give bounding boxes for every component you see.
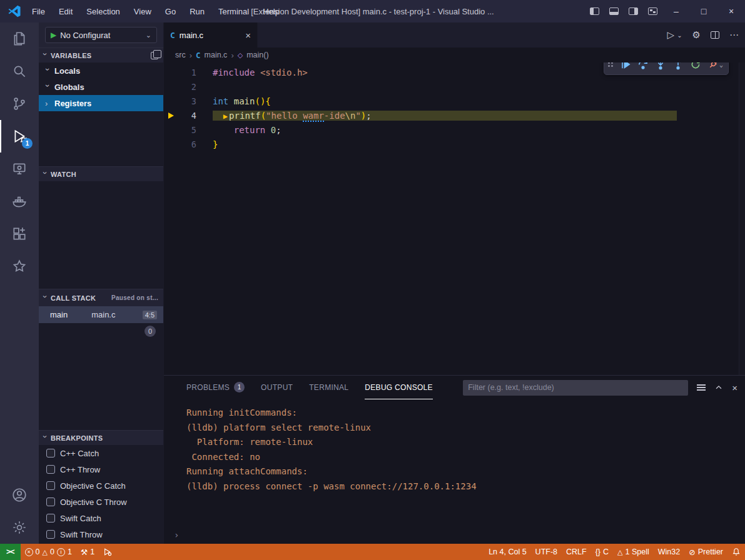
settings-gear-icon[interactable] [0,511,39,544]
language-mode[interactable]: {} C [591,544,613,560]
panel-tab-problems[interactable]: PROBLEMS1 [186,376,245,399]
encoding[interactable]: UTF-8 [531,544,562,560]
more-actions-icon[interactable]: ⋯ [729,29,739,41]
customize-layout-icon[interactable] [648,8,657,15]
menu-file[interactable]: File [26,4,51,19]
variables-section-header[interactable]: › VARIABLES [39,48,163,62]
explorer-icon[interactable] [0,22,39,55]
watch-section-header[interactable]: › WATCH [39,166,163,181]
notifications-bell-icon[interactable] [727,544,745,560]
menu-run[interactable]: Run [184,4,210,19]
line-text: #include <stdio.h> [213,68,308,78]
toggle-sidebar-icon[interactable] [590,8,599,15]
variable-scope-locals[interactable]: ›Locals [39,62,163,79]
variable-scope-globals[interactable]: ›Globals [39,79,163,95]
chevron-down-icon[interactable]: ⌄ [719,62,724,68]
checkbox[interactable] [46,481,55,490]
continue-icon[interactable] [617,62,634,73]
minimize-button[interactable]: – [662,0,690,22]
search-icon[interactable] [0,55,39,88]
breakpoint-row[interactable]: C++ Throw [39,461,163,478]
drag-handle-icon[interactable] [608,62,616,70]
split-editor-icon[interactable] [711,31,719,39]
checkbox[interactable] [46,498,55,506]
step-out-icon[interactable] [669,62,687,73]
run-config-dropdown[interactable]: ▶ No Configurat ⌄ [45,27,157,43]
braces-icon: {} [595,548,601,556]
breadcrumb-symbol[interactable]: main() [246,51,268,59]
breakpoint-row[interactable]: Swift Catch [39,510,163,526]
maximize-button[interactable]: □ [690,0,717,22]
code-editor[interactable]: ⌄ 1#include <stdio.h>23int main(){4 ▶pri… [164,62,745,375]
checkbox[interactable] [46,465,55,474]
error-icon: × [25,548,33,556]
menu-go[interactable]: Go [160,4,181,19]
console-line: (lldb) platform select remote-linux [186,421,745,436]
formatter-status[interactable]: ⊘ Prettier [684,544,727,560]
close-panel-icon[interactable]: × [732,382,737,393]
remote-indicator[interactable]: >< [0,544,21,560]
toggle-panel-icon[interactable] [609,8,619,15]
start-debugging-icon[interactable]: ▶ [51,31,56,39]
restart-icon[interactable] [687,62,704,73]
code-line[interactable]: 5 return 0; [164,122,745,137]
step-over-icon[interactable] [634,62,652,73]
menu-view[interactable]: View [128,4,157,19]
code-line[interactable]: 4 ▶printf("hello wamr-ide\n"); [164,108,745,122]
chevron-down-icon[interactable]: ⌄ [677,32,682,39]
code-line[interactable]: 6} [164,137,745,151]
tools-status[interactable]: ⚒ 1 [76,544,99,560]
breakpoint-row[interactable]: C++ Catch [39,445,163,461]
tab-main-c[interactable]: C main.c × [164,22,258,48]
spell-status[interactable]: △ 1 Spell [613,544,654,560]
variable-scope-registers[interactable]: ›Registers [39,95,163,111]
callstack-section-header[interactable]: › CALL STACK Paused on st... [39,289,163,306]
menu-selection[interactable]: Selection [81,4,125,19]
extensions-icon[interactable] [0,218,39,250]
settings-gear-icon[interactable]: ⚙ [692,29,701,41]
breakpoint-row[interactable]: Objective C Throw [39,494,163,510]
checkbox[interactable] [46,530,55,539]
console-prompt[interactable]: › [174,530,179,540]
copy-icon[interactable] [151,52,158,59]
chevron-up-icon[interactable] [714,383,723,392]
current-statement-arrow-icon[interactable] [164,111,178,121]
panel-tab-terminal[interactable]: TERMINAL [309,376,348,399]
toggle-secondary-sidebar-icon[interactable] [629,8,638,15]
filter-input[interactable] [463,383,688,392]
accounts-icon[interactable] [0,479,39,511]
code-lines: 1#include <stdio.h>23int main(){4 ▶print… [164,65,745,151]
run-debug-dropdown-icon[interactable]: ▷ [667,29,675,41]
debug-status-icon[interactable] [99,544,116,560]
breakpoint-row[interactable]: Objective C Catch [39,478,163,494]
problems-status[interactable]: × 0 △ 0 i 1 [21,544,76,560]
platform-status[interactable]: Win32 [654,544,684,560]
status-bar: >< × 0 △ 0 i 1 ⚒ 1 Ln 4, Col 5 UTF-8 CRL… [0,544,745,560]
breadcrumb-file[interactable]: main.c [205,51,228,59]
output-actions-icon[interactable] [697,384,706,391]
star-icon[interactable] [0,250,39,282]
menu-help[interactable]: Help [257,4,285,19]
stack-frame-row[interactable]: main main.c 4:5 [39,306,163,323]
breakpoint-row[interactable]: Swift Throw [39,526,163,542]
eol-type[interactable]: CRLF [562,544,591,560]
docker-icon[interactable] [0,185,39,218]
checkbox[interactable] [46,449,55,458]
menu-terminal[interactable]: Terminal [213,4,255,19]
step-into-icon[interactable] [652,62,669,73]
code-line[interactable]: 3int main(){ [164,94,745,108]
panel-tab-output[interactable]: OUTPUT [261,376,293,399]
checkbox[interactable] [46,514,55,522]
tab-close-icon[interactable]: × [245,30,251,41]
editor-scrollbar[interactable] [739,62,745,375]
breadcrumb-folder[interactable]: src [175,51,186,59]
run-and-debug-icon[interactable]: 1 [0,120,39,152]
menu-edit[interactable]: Edit [53,4,78,19]
close-button[interactable]: × [717,0,745,22]
cursor-position[interactable]: Ln 4, Col 5 [484,544,530,560]
remote-explorer-icon[interactable] [0,152,39,185]
panel-tab-debug-console[interactable]: DEBUG CONSOLE [365,376,433,399]
breakpoints-section-header[interactable]: › BREAKPOINTS [39,430,163,445]
source-control-icon[interactable] [0,88,39,120]
code-line[interactable]: 2 [164,79,745,94]
